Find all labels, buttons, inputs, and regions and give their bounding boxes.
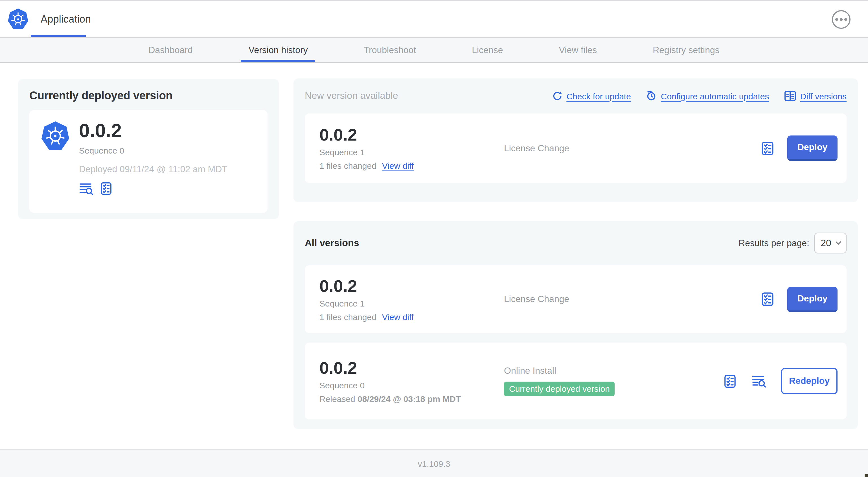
diff-versions-link[interactable]: Diff versions [784, 90, 846, 101]
version-number: 0.0.2 [319, 126, 504, 144]
version-row: 0.0.2 Sequence 1 1 files changed View di… [305, 265, 846, 333]
version-source-label: Online Install [504, 366, 723, 376]
all-versions-title: All versions [305, 237, 359, 249]
new-version-label: New version available [305, 90, 398, 101]
version-number: 0.0.2 [319, 359, 504, 377]
cursor-artifact [865, 474, 868, 477]
tab-license[interactable]: License [464, 38, 510, 62]
released-timestamp: Released 08/29/24 @ 03:18 pm MDT [319, 394, 504, 403]
sequence-label: Sequence 1 [319, 298, 504, 308]
schedule-update-icon [646, 90, 657, 101]
current-version-number: 0.0.2 [79, 120, 227, 141]
preflight-checks-icon[interactable] [760, 292, 775, 306]
tab-version-history[interactable]: Version history [241, 38, 315, 62]
preflight-checks-icon[interactable] [760, 141, 775, 155]
footer: v1.109.3 [0, 449, 868, 477]
application-tab-underline [31, 35, 86, 37]
application-tab[interactable]: Application [41, 1, 91, 37]
deploy-button[interactable]: Deploy [787, 287, 838, 312]
deploy-button[interactable]: Deploy [787, 136, 838, 161]
diff-icon [784, 90, 796, 101]
deployed-timestamp: Deployed 09/11/24 @ 11:02 am MDT [79, 164, 227, 174]
sequence-label: Sequence 0 [319, 380, 504, 390]
preflight-checks-icon[interactable] [99, 182, 113, 195]
app-nav: Dashboard Version history Troubleshoot L… [0, 38, 868, 63]
deploy-logs-icon[interactable] [79, 182, 94, 195]
kubernetes-logo-icon [7, 7, 29, 31]
version-source-label: License Change [504, 294, 760, 304]
deploy-logs-icon[interactable] [752, 374, 767, 388]
app-header: Application [0, 0, 868, 38]
files-changed-label: 1 files changed [319, 312, 376, 322]
version-number: 0.0.2 [319, 277, 504, 295]
view-diff-link[interactable]: View diff [382, 161, 414, 171]
tab-dashboard[interactable]: Dashboard [141, 38, 200, 62]
sequence-label: Sequence 1 [319, 147, 504, 157]
new-version-card: 0.0.2 Sequence 1 1 files changed View di… [305, 114, 846, 183]
version-row: 0.0.2 Sequence 0 Released 08/29/24 @ 03:… [305, 342, 846, 419]
chevron-down-icon [835, 241, 841, 245]
kubernetes-icon [41, 120, 70, 152]
currently-deployed-panel: Currently deployed version 0.0.2 Seq [18, 79, 279, 219]
tab-troubleshoot[interactable]: Troubleshoot [356, 38, 424, 62]
tab-view-files[interactable]: View files [552, 38, 604, 62]
results-per-page-label: Results per page: [739, 238, 809, 248]
redeploy-button[interactable]: Redeploy [781, 368, 838, 394]
version-source-label: License Change [504, 143, 760, 153]
new-version-panel: New version available Check for update [293, 79, 858, 202]
results-per-page-select[interactable]: 20 [814, 233, 846, 254]
currently-deployed-title: Currently deployed version [29, 89, 268, 102]
view-diff-link[interactable]: View diff [382, 312, 414, 322]
files-changed-label: 1 files changed [319, 161, 376, 171]
current-sequence-label: Sequence 0 [79, 146, 227, 155]
preflight-checks-icon[interactable] [723, 374, 737, 388]
admin-console-page: Application Dashboard Version history Tr… [0, 0, 868, 477]
currently-deployed-badge: Currently deployed version [504, 382, 615, 396]
current-version-card: 0.0.2 Sequence 0 Deployed 09/11/24 @ 11:… [29, 110, 268, 213]
configure-automatic-updates-link[interactable]: Configure automatic updates [646, 90, 769, 101]
all-versions-panel: All versions Results per page: 20 0.0.2 … [293, 221, 858, 429]
overflow-menu-button[interactable] [832, 10, 850, 29]
check-for-update-link[interactable]: Check for update [552, 91, 631, 101]
ellipsis-icon [835, 18, 838, 21]
refresh-icon [552, 91, 562, 101]
tab-registry-settings[interactable]: Registry settings [645, 38, 727, 62]
console-version: v1.109.3 [417, 459, 450, 468]
